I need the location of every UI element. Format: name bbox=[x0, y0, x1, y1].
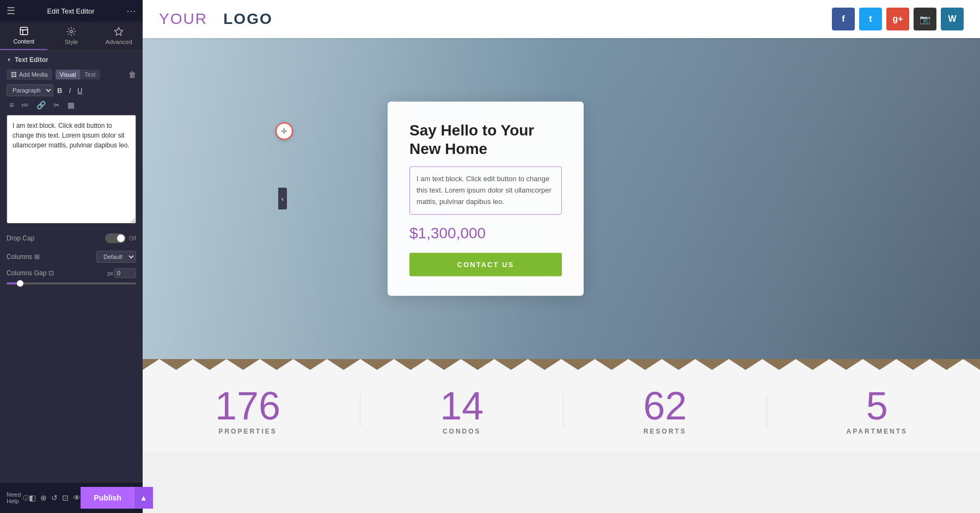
card-body-text: I am text block. Click edit button to ch… bbox=[416, 174, 555, 207]
logo-your: YOUR bbox=[159, 10, 207, 27]
list-toolbar: ≡ ≔ 🔗 ✂ ▦ bbox=[7, 100, 136, 110]
panel-tabs: Content Style Advanced bbox=[0, 22, 143, 51]
stat-properties: 176 PROPERTIES bbox=[215, 386, 280, 435]
hero-card: Say Hello to Your New Home I am text blo… bbox=[388, 102, 584, 296]
slider-track[interactable] bbox=[7, 282, 136, 285]
unordered-list-button[interactable]: ≡ bbox=[7, 100, 16, 110]
stack-icon[interactable]: ⊕ bbox=[40, 493, 47, 502]
unlink-button[interactable]: ✂ bbox=[51, 100, 63, 110]
hero-section: Say Hello to Your New Home I am text blo… bbox=[143, 38, 980, 359]
need-help-link[interactable]: Need Help ⓘ bbox=[7, 491, 29, 504]
stat-divider-1 bbox=[360, 394, 360, 427]
panel-header: ☰ Edit Text Editor ⋯ bbox=[0, 0, 143, 22]
columns-icon: ⊞ bbox=[34, 253, 40, 261]
contact-us-button[interactable]: CONTACT US bbox=[409, 252, 562, 276]
svg-point-1 bbox=[70, 30, 73, 33]
tab-style[interactable]: Style bbox=[47, 22, 95, 50]
gap-icon: ⊡ bbox=[48, 269, 54, 277]
media-icon: 🖼 bbox=[11, 71, 17, 78]
text-editor-textarea[interactable]: I am text block. Click edit button to ch… bbox=[7, 115, 136, 224]
stat-divider-2 bbox=[563, 394, 564, 427]
stat-number-condos: 14 bbox=[440, 386, 483, 425]
drop-cap-label: Drop Cap bbox=[7, 234, 34, 242]
publish-bar: Publish ▲ bbox=[81, 487, 152, 509]
crop-icon[interactable]: ⊡ bbox=[62, 493, 69, 502]
ordered-list-button[interactable]: ≔ bbox=[19, 100, 32, 110]
drop-cap-toggle[interactable]: Off bbox=[105, 233, 136, 243]
panel-footer: Need Help ⓘ ◧ ⊕ ↺ ⊡ 👁 Publish ▲ bbox=[0, 482, 143, 513]
hamburger-icon[interactable]: ☰ bbox=[7, 5, 15, 17]
columns-gap-row: Columns Gap ⊡ px bbox=[7, 268, 136, 278]
help-icon: ⓘ bbox=[23, 494, 29, 502]
slider-thumb[interactable] bbox=[17, 280, 23, 287]
tab-content[interactable]: Content bbox=[0, 22, 47, 50]
px-input[interactable] bbox=[114, 268, 136, 278]
toggle-knob bbox=[117, 234, 125, 242]
logo-text: LOGO bbox=[223, 10, 272, 27]
paragraph-select[interactable]: Paragraph bbox=[7, 84, 53, 96]
toggle-off-label: Off bbox=[129, 236, 136, 242]
stats-section: 176 PROPERTIES 14 CONDOS 62 RESORTS 5 AP… bbox=[143, 370, 980, 452]
section-header-text-editor[interactable]: Text Editor bbox=[7, 56, 136, 64]
bold-button[interactable]: B bbox=[54, 85, 65, 96]
left-panel: ☰ Edit Text Editor ⋯ Content Style Advan… bbox=[0, 0, 143, 513]
grid-icon[interactable]: ⋯ bbox=[126, 5, 136, 17]
history-icon[interactable]: ↺ bbox=[51, 493, 58, 502]
publish-button[interactable]: Publish bbox=[81, 487, 134, 509]
top-nav: YOUR LOGO f t g+ 📷 W bbox=[143, 0, 980, 38]
zigzag-divider bbox=[143, 359, 980, 370]
stat-label-resorts: RESORTS bbox=[643, 428, 687, 435]
instagram-button[interactable]: 📷 bbox=[914, 8, 936, 30]
drop-cap-row: Drop Cap Off bbox=[7, 233, 136, 243]
toggle-switch[interactable] bbox=[105, 233, 126, 243]
columns-row: Columns ⊞ Default bbox=[7, 251, 136, 263]
social-icons: f t g+ 📷 W bbox=[832, 8, 964, 30]
eye-icon[interactable]: 👁 bbox=[73, 493, 81, 502]
stat-number-resorts: 62 bbox=[643, 386, 687, 425]
columns-select[interactable]: Default bbox=[96, 251, 136, 263]
card-text-box[interactable]: I am text block. Click edit button to ch… bbox=[409, 166, 562, 214]
stat-label-properties: PROPERTIES bbox=[215, 428, 280, 435]
svg-rect-0 bbox=[20, 27, 28, 35]
drag-icon: ✛ bbox=[281, 127, 287, 135]
stat-divider-3 bbox=[767, 394, 767, 427]
slider-container bbox=[7, 282, 136, 285]
footer-icons: ◧ ⊕ ↺ ⊡ 👁 bbox=[29, 493, 81, 502]
logo: YOUR LOGO bbox=[159, 10, 273, 28]
stat-apartments: 5 APARTMENTS bbox=[847, 386, 908, 435]
add-media-button[interactable]: 🖼 Add Media bbox=[7, 69, 52, 80]
trash-icon[interactable]: 🗑 bbox=[128, 70, 136, 79]
columns-label: Columns bbox=[7, 253, 32, 261]
px-label: px bbox=[107, 270, 113, 276]
card-title: Say Hello to Your New Home bbox=[409, 121, 562, 158]
wordpress-button[interactable]: W bbox=[941, 8, 964, 30]
drag-handle[interactable]: ✛ bbox=[275, 122, 293, 140]
columns-gap-label: Columns Gap bbox=[7, 269, 46, 277]
format-toolbar: Paragraph B I U bbox=[7, 84, 136, 96]
table-button[interactable]: ▦ bbox=[65, 100, 77, 110]
main-area: YOUR LOGO f t g+ 📷 W Say Hello to Your N… bbox=[143, 0, 980, 513]
google-plus-button[interactable]: g+ bbox=[886, 8, 909, 30]
visual-button[interactable]: Visual bbox=[56, 70, 81, 79]
editor-toolbar-row: 🖼 Add Media Visual Text 🗑 bbox=[7, 69, 136, 80]
text-button[interactable]: Text bbox=[80, 70, 100, 79]
tab-advanced[interactable]: Advanced bbox=[95, 22, 143, 50]
underline-button[interactable]: U bbox=[75, 85, 85, 96]
stat-number-apartments: 5 bbox=[847, 386, 908, 425]
facebook-button[interactable]: f bbox=[832, 8, 855, 30]
card-price: $1,300,000 bbox=[409, 224, 562, 242]
link-button[interactable]: 🔗 bbox=[34, 100, 48, 110]
layers-icon[interactable]: ◧ bbox=[29, 493, 36, 502]
content-area: Say Hello to Your New Home I am text blo… bbox=[143, 38, 980, 513]
stat-resorts: 62 RESORTS bbox=[643, 386, 687, 435]
stat-label-apartments: APARTMENTS bbox=[847, 428, 908, 435]
italic-button[interactable]: I bbox=[66, 85, 74, 96]
panel-title: Edit Text Editor bbox=[47, 7, 94, 15]
stat-number-properties: 176 bbox=[215, 386, 280, 425]
twitter-button[interactable]: t bbox=[859, 8, 882, 30]
stat-label-condos: CONDOS bbox=[440, 428, 483, 435]
stat-condos: 14 CONDOS bbox=[440, 386, 483, 435]
panel-body: Text Editor 🖼 Add Media Visual Text 🗑 Pa… bbox=[0, 51, 143, 482]
collapse-panel-button[interactable]: ‹ bbox=[278, 188, 287, 209]
visual-text-toggle: Visual Text bbox=[56, 70, 100, 79]
